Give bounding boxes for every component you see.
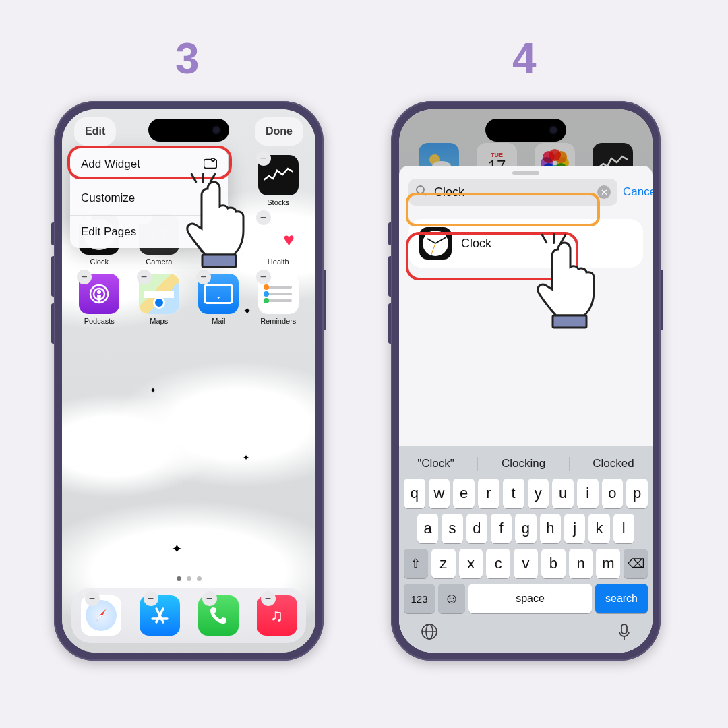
keyboard-suggestions: "Clock" Clocking Clocked: [402, 450, 650, 479]
key-i[interactable]: i: [577, 479, 599, 508]
app-label: Camera: [146, 257, 172, 266]
svg-rect-0: [204, 160, 217, 169]
dock-phone[interactable]: −: [198, 595, 239, 636]
menu-add-widget[interactable]: Add Widget: [70, 148, 228, 181]
search-input[interactable]: [433, 185, 592, 200]
key-k[interactable]: k: [588, 514, 609, 543]
app-health[interactable]: − ♥ Health: [252, 214, 305, 266]
search-result-clock[interactable]: Clock: [408, 219, 643, 268]
remove-app-icon[interactable]: −: [144, 591, 158, 606]
key-c[interactable]: c: [486, 549, 510, 578]
key-f[interactable]: f: [491, 514, 512, 543]
key-o[interactable]: o: [602, 479, 624, 508]
key-row: q w e r t y u i o p: [404, 479, 648, 508]
globe-icon[interactable]: [421, 623, 438, 646]
suggestion[interactable]: Clocked: [593, 457, 634, 471]
key-e[interactable]: e: [453, 479, 475, 508]
key-row: 123 ☺ space search: [404, 584, 648, 613]
app-label: Reminders: [260, 317, 296, 325]
sparkle-icon: ✦: [243, 453, 249, 462]
app-label: TV: [214, 257, 223, 266]
key-h[interactable]: h: [540, 514, 561, 543]
suggestion[interactable]: "Clock": [417, 457, 454, 471]
app-stocks[interactable]: − Stocks: [252, 155, 305, 206]
svg-rect-4: [210, 199, 214, 201]
key-a[interactable]: a: [417, 514, 438, 543]
key-n[interactable]: n: [569, 549, 593, 578]
key-w[interactable]: w: [429, 479, 450, 508]
key-shift[interactable]: ⇧: [404, 549, 428, 578]
search-icon: [415, 185, 427, 200]
key-r[interactable]: r: [478, 479, 499, 508]
key-x[interactable]: x: [459, 549, 483, 578]
edit-context-menu: Add Widget Customize Edit Pages: [70, 148, 228, 248]
key-y[interactable]: y: [528, 479, 549, 508]
dock: − − − − ♫: [71, 588, 306, 643]
mic-icon[interactable]: [617, 623, 631, 646]
key-t[interactable]: t: [503, 479, 524, 508]
svg-line-21: [423, 193, 426, 195]
svg-rect-25: [621, 624, 627, 634]
app-label: Stocks: [267, 198, 289, 206]
sparkle-icon: ✦: [171, 541, 183, 557]
key-row: ⇧ z x c v b n m ⌫: [404, 549, 648, 578]
key-g[interactable]: g: [515, 514, 536, 543]
remove-app-icon[interactable]: −: [202, 591, 217, 606]
key-j[interactable]: j: [564, 514, 585, 543]
remove-app-icon[interactable]: −: [137, 270, 152, 284]
key-l[interactable]: l: [613, 514, 634, 543]
key-row: a s d f g h j k l: [404, 514, 648, 543]
remove-app-icon[interactable]: −: [85, 591, 100, 606]
sheet-grabber[interactable]: [512, 171, 539, 175]
menu-add-widget-label: Add Widget: [81, 158, 140, 171]
menu-customize-label: Customize: [81, 191, 135, 205]
suggestion[interactable]: Clocking: [502, 457, 545, 471]
key-m[interactable]: m: [596, 549, 620, 578]
edit-button[interactable]: Edit: [74, 117, 116, 146]
key-p[interactable]: p: [626, 479, 648, 508]
key-d[interactable]: d: [466, 514, 487, 543]
page-indicator[interactable]: [62, 576, 315, 581]
cancel-button[interactable]: Cancel: [623, 185, 653, 199]
dock-appstore[interactable]: −: [140, 595, 180, 636]
key-search[interactable]: search: [595, 584, 648, 613]
key-u[interactable]: u: [552, 479, 574, 508]
screen-step-4: TUE17 ✦: [399, 109, 653, 653]
key-emoji[interactable]: ☺: [438, 584, 465, 613]
remove-app-icon[interactable]: −: [256, 210, 271, 225]
clock-icon: [419, 227, 452, 260]
remove-app-icon[interactable]: −: [196, 270, 211, 284]
key-z[interactable]: z: [431, 549, 456, 578]
key-q[interactable]: q: [404, 479, 425, 508]
app-reminders[interactable]: − Reminders: [252, 274, 305, 325]
key-v[interactable]: v: [514, 549, 538, 578]
clear-search-icon[interactable]: ✕: [597, 185, 611, 199]
svg-point-20: [417, 186, 424, 193]
widget-search-sheet: ✕ Cancel Clock "Clock" Clocking Clocked: [399, 166, 653, 653]
done-button[interactable]: Done: [255, 117, 303, 146]
remove-app-icon[interactable]: −: [261, 591, 276, 606]
app-label: Podcasts: [84, 317, 115, 325]
app-label: Mail: [212, 317, 225, 325]
menu-customize[interactable]: Customize: [70, 181, 228, 216]
dock-safari[interactable]: −: [81, 595, 121, 636]
dock-music[interactable]: − ♫: [257, 595, 297, 636]
key-b[interactable]: b: [541, 549, 566, 578]
remove-app-icon[interactable]: −: [77, 270, 92, 284]
app-maps[interactable]: − Maps: [133, 274, 186, 325]
app-mail[interactable]: − Mail: [192, 274, 245, 325]
remove-app-icon[interactable]: −: [256, 270, 271, 284]
widget-icon: [204, 158, 217, 171]
menu-edit-pages[interactable]: Edit Pages: [70, 216, 228, 248]
key-123[interactable]: 123: [404, 584, 435, 613]
key-s[interactable]: s: [442, 514, 462, 543]
remove-app-icon[interactable]: −: [256, 151, 271, 166]
key-backspace[interactable]: ⌫: [624, 549, 648, 578]
search-field[interactable]: ✕: [408, 179, 617, 206]
customize-icon: [206, 191, 217, 206]
app-podcasts[interactable]: − Podcasts: [73, 274, 126, 325]
app-label: Health: [268, 257, 289, 266]
svg-marker-16: [96, 615, 102, 621]
key-space[interactable]: space: [468, 584, 592, 613]
keyboard: "Clock" Clocking Clocked q w e r t y u i…: [399, 446, 653, 653]
